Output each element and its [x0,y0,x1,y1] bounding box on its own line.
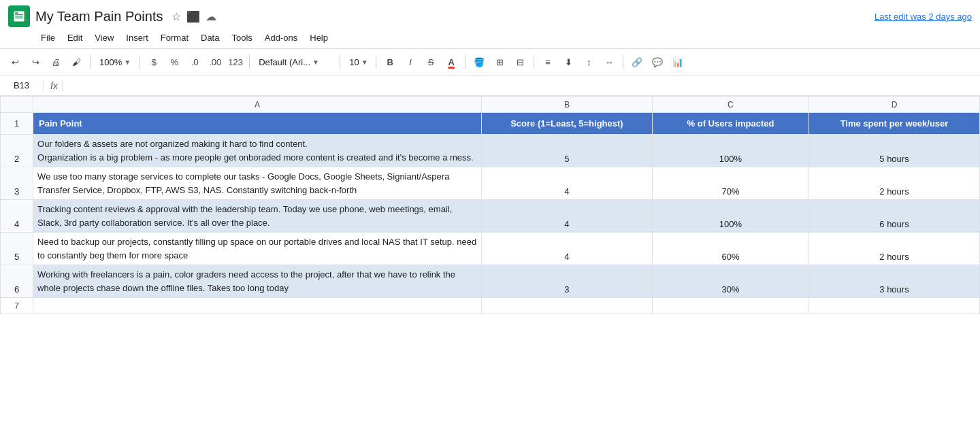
row-num-3: 3 [1,167,33,200]
cell-reference[interactable]: B13 [3,80,44,90]
col-b-header: Score (1=Least, 5=highest) [481,113,652,135]
merge-button[interactable]: ⊟ [510,52,529,71]
last-edit-text[interactable]: Last edit was 2 days ago [875,12,972,22]
menu-tools[interactable]: Tools [226,30,257,46]
zoom-value: 100% [99,57,122,67]
pain-point-cell[interactable]: Working with freelancers is a pain, colo… [33,265,482,298]
col-header-b[interactable]: B [481,97,652,113]
toolbar-sep-2 [140,55,140,69]
redo-button[interactable]: ↪ [26,52,45,71]
toolbar-sep-5 [376,55,376,69]
decimal-less-button[interactable]: .0 [185,52,204,71]
time-cell[interactable]: 3 hours [808,265,979,298]
col-header-d[interactable]: D [808,97,979,113]
col-c-header: % of Users impacted [652,113,808,135]
time-cell[interactable]: 2 hours [808,167,979,200]
pain-point-cell[interactable]: Tracking content reviews & approval with… [33,200,482,233]
menu-addons[interactable]: Add-ons [259,30,303,46]
pct-cell[interactable]: 70% [652,167,808,200]
formula-bar: B13 fx [0,75,980,96]
toolbar-sep-7 [534,55,534,69]
score-cell[interactable]: 4 [481,200,652,233]
score-cell[interactable]: 4 [481,233,652,265]
bold-button[interactable]: B [380,52,399,71]
fill-color-button[interactable]: 🪣 [470,52,489,71]
font-value: Default (Ari... [259,57,310,67]
fx-icon: fx [46,80,63,91]
row-num-6: 6 [1,265,33,298]
empty-cell[interactable] [33,298,482,314]
time-cell[interactable]: 5 hours [808,135,979,167]
format-123-button[interactable]: 123 [226,52,245,71]
text-wrap-button[interactable]: ↔ [600,52,619,71]
pct-cell[interactable]: 100% [652,200,808,233]
menu-data[interactable]: Data [195,30,225,46]
spreadsheet-table: A B C D 1 Pain Point Score (1=Least, 5=h… [0,96,980,314]
valign-button[interactable]: ⬇ [559,52,578,71]
font-select[interactable]: Default (Ari... ▼ [254,55,336,69]
borders-button[interactable]: ⊞ [490,52,509,71]
pain-point-cell[interactable]: Our folders & assets are not organized m… [33,135,482,167]
undo-button[interactable]: ↩ [5,52,24,71]
row-num-1: 1 [1,113,33,135]
col-a-header: Pain Point [33,113,482,135]
svg-rect-2 [15,16,23,16]
menu-edit[interactable]: Edit [62,30,88,46]
menu-insert[interactable]: Insert [120,30,154,46]
font-size-select[interactable]: 10 ▼ [344,55,372,69]
text-color-button[interactable]: A [442,52,461,71]
title-icons: ☆ ⬛ ☁ [172,10,216,23]
table-row: 1 Pain Point Score (1=Least, 5=highest) … [1,113,980,135]
currency-button[interactable]: $ [144,52,163,71]
strikethrough-button[interactable]: S [421,52,440,71]
align-button[interactable]: ≡ [538,52,557,71]
toolbar-sep-6 [465,55,466,69]
score-cell[interactable]: 4 [481,167,652,200]
print-button[interactable]: 🖨 [46,52,65,71]
link-button[interactable]: 🔗 [627,52,647,71]
percent-button[interactable]: % [165,52,184,71]
app-icon [8,5,30,27]
empty-cell[interactable] [652,298,808,314]
score-cell[interactable]: 5 [481,135,652,167]
svg-rect-3 [15,18,23,18]
font-arrow: ▼ [312,58,319,66]
menu-bar: File Edit View Insert Format Data Tools … [0,30,980,48]
pct-cell[interactable]: 60% [652,233,808,265]
time-cell[interactable]: 6 hours [808,200,979,233]
text-color-icon: A [448,57,454,67]
corner-header [1,97,33,113]
menu-file[interactable]: File [35,30,61,46]
menu-view[interactable]: View [89,30,119,46]
cloud-icon[interactable]: ☁ [206,10,216,23]
star-icon[interactable]: ☆ [172,10,181,23]
menu-format[interactable]: Format [155,30,194,46]
comment-button[interactable]: 💬 [648,52,667,71]
col-header-c[interactable]: C [652,97,808,113]
score-cell[interactable]: 3 [481,265,652,298]
italic-button[interactable]: I [401,52,420,71]
pain-point-cell[interactable]: We use too many storage services to comp… [33,167,482,200]
chart-button[interactable]: 📊 [668,52,687,71]
decimal-more-button[interactable]: .00 [206,52,225,71]
zoom-select[interactable]: 100% ▼ [95,55,135,69]
save-drive-icon[interactable]: ⬛ [186,10,200,23]
table-row: 3 We use too many storage services to co… [1,167,980,200]
menu-help[interactable]: Help [304,30,333,46]
toolbar-sep-4 [340,55,340,69]
zoom-arrow: ▼ [124,58,131,66]
table-row: 6 Working with freelancers is a pain, co… [1,265,980,298]
pain-point-cell[interactable]: Need to backup our projects, constantly … [33,233,482,265]
row-num-2: 2 [1,135,33,167]
toolbar-sep-3 [249,55,250,69]
table-row: 4 Tracking content reviews & approval wi… [1,200,980,233]
empty-cell[interactable] [808,298,979,314]
col-header-a[interactable]: A [33,97,482,113]
empty-cell[interactable] [481,298,652,314]
time-cell[interactable]: 2 hours [808,233,979,265]
paint-format-button[interactable]: 🖌 [67,52,86,71]
text-rotate-button[interactable]: ↕ [579,52,598,71]
pct-cell[interactable]: 100% [652,135,808,167]
pct-cell[interactable]: 30% [652,265,808,298]
toolbar-sep-1 [90,55,91,69]
